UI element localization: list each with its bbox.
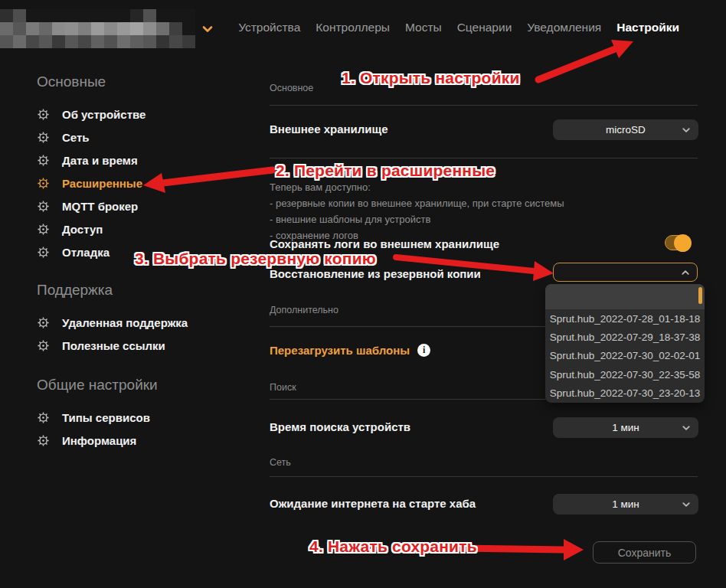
- logo-pixel: [78, 35, 91, 48]
- section-label-additional: Дополнительно: [270, 305, 338, 315]
- external-storage-label: Внешнее хранилище: [270, 122, 388, 136]
- sidebar-item[interactable]: Сеть: [37, 126, 146, 149]
- logo-pixel: [78, 9, 91, 22]
- top-nav-item[interactable]: Мосты: [405, 21, 442, 34]
- save-logs-toggle[interactable]: [665, 235, 691, 250]
- sidebar-item-label: Информация: [62, 434, 136, 447]
- logo-pixel: [0, 35, 13, 48]
- gear-icon: [37, 200, 50, 213]
- sidebar-section-title: Поддержка: [37, 282, 188, 299]
- top-nav-item[interactable]: Контроллеры: [316, 21, 390, 34]
- logo-pixel: [117, 22, 130, 35]
- dropdown-option[interactable]: Sprut.hub_2022-07-28_01-18-18: [545, 309, 705, 328]
- save-button[interactable]: Сохранить: [593, 541, 696, 564]
- logo-pixel: [169, 35, 182, 48]
- sidebar-item-label: Об устройстве: [62, 108, 146, 121]
- external-storage-value: microSD: [606, 124, 646, 136]
- dropdown-option[interactable]: Sprut.hub_2022-07-30_23-20-13: [545, 384, 705, 403]
- logo-pixel: [13, 9, 26, 22]
- section-label-search: Поиск: [270, 382, 296, 393]
- logo-pixel: [169, 9, 182, 22]
- logo-pixel: [117, 35, 130, 48]
- logo-pixel: [143, 22, 156, 35]
- sidebar-item[interactable]: Полезные ссылки: [37, 334, 188, 357]
- restore-backup-select[interactable]: [553, 263, 698, 282]
- logo-pixel: [78, 22, 91, 35]
- sidebar-item-label: MQTT брокер: [62, 200, 138, 213]
- sidebar-item[interactable]: MQTT брокер: [37, 194, 146, 217]
- logo-pixel: [169, 22, 182, 35]
- restore-backup-label: Восстановление из резервной копии: [270, 267, 481, 280]
- sidebar-item[interactable]: Об устройстве: [37, 103, 146, 126]
- logo-pixel: [91, 9, 104, 22]
- external-storage-select[interactable]: microSD: [553, 119, 698, 140]
- chevron-down-icon: [682, 126, 691, 135]
- chevron-down-icon: [682, 423, 691, 433]
- sidebar-item-label: Полезные ссылки: [62, 339, 165, 352]
- logo-pixel: [13, 35, 26, 48]
- logo-pixel: [0, 9, 13, 22]
- logo-pixel: [156, 22, 169, 35]
- sidebar-item-label: Расширенные: [62, 177, 142, 190]
- redacted-logo[interactable]: [0, 9, 195, 48]
- logo-pixel: [65, 22, 78, 35]
- sidebar-item[interactable]: Отладка: [37, 240, 146, 263]
- advanced-info-text: Теперь вам доступно: - резервные копии в…: [270, 179, 564, 243]
- gear-icon: [37, 339, 50, 352]
- sidebar-item-label: Дата и время: [62, 154, 138, 167]
- top-nav: Устройства Контроллеры Мосты Сценарии Ув…: [238, 21, 679, 34]
- top-nav-item[interactable]: Уведомления: [527, 21, 601, 34]
- logo-pixel: [91, 22, 104, 35]
- reload-templates-link[interactable]: Перезагрузить шаблоны: [270, 344, 410, 357]
- top-nav-item[interactable]: Сценарии: [457, 21, 512, 34]
- restore-backup-dropdown: Sprut.hub_2022-07-28_01-18-18 Sprut.hub_…: [545, 284, 705, 403]
- internet-wait-label: Ожидание интернета на старте хаба: [270, 497, 476, 510]
- logo-pixel: [182, 35, 195, 48]
- dropdown-option[interactable]: Sprut.hub_2022-07-30_22-35-58: [545, 365, 705, 384]
- chevron-down-icon[interactable]: [201, 23, 214, 38]
- logo-pixel: [26, 35, 39, 48]
- app-root: Устройства Контроллеры Мосты Сценарии Ув…: [0, 0, 726, 588]
- gear-icon: [37, 434, 50, 447]
- dropdown-option-empty[interactable]: [545, 284, 705, 309]
- search-time-select[interactable]: 1 мин: [553, 417, 698, 438]
- logo-pixel: [130, 22, 143, 35]
- sidebar-item[interactable]: Расширенные: [37, 172, 146, 194]
- logo-pixel: [52, 9, 65, 22]
- divider: [270, 158, 698, 158]
- sidebar-item[interactable]: Доступ: [37, 217, 146, 240]
- gear-icon: [37, 411, 50, 424]
- logo-pixel: [104, 22, 117, 35]
- sidebar-item[interactable]: Удаленная поддержка: [37, 311, 188, 334]
- dropdown-option[interactable]: Sprut.hub_2022-07-30_02-02-01: [545, 347, 705, 365]
- sidebar-item-label: Отладка: [62, 246, 110, 259]
- logo-pixel: [156, 35, 169, 48]
- internet-wait-select[interactable]: 1 мин: [553, 494, 698, 514]
- top-nav-item[interactable]: Устройства: [238, 21, 300, 34]
- sidebar-item[interactable]: Информация: [37, 429, 158, 452]
- sidebar-item-label: Типы сервисов: [62, 411, 150, 424]
- logo-pixel: [65, 9, 78, 22]
- logo-pixel: [26, 9, 39, 22]
- top-nav-item[interactable]: Настройки: [616, 21, 679, 34]
- logo-pixel: [143, 35, 156, 48]
- logo-pixel: [65, 35, 78, 48]
- logo-pixel: [39, 35, 52, 48]
- logo-pixel: [130, 9, 143, 22]
- logo-pixel: [104, 35, 117, 48]
- sidebar-section-support: Поддержка Удаленная поддержка: [37, 282, 188, 357]
- section-label-basic: Основное: [270, 83, 313, 93]
- sidebar-item[interactable]: Типы сервисов: [37, 406, 158, 429]
- sidebar-item[interactable]: Дата и время: [37, 149, 146, 172]
- internet-wait-value: 1 мин: [612, 498, 639, 510]
- dropdown-scrollbar[interactable]: [698, 287, 702, 304]
- dropdown-option[interactable]: Sprut.hub_2022-07-29_18-37-38: [545, 328, 705, 346]
- annotation-step-2: 2. Перейти в расширенные: [276, 162, 495, 180]
- logo-pixel: [143, 9, 156, 22]
- section-label-network: Сеть: [270, 457, 291, 468]
- info-icon[interactable]: i: [417, 344, 430, 357]
- logo-pixel: [182, 9, 195, 22]
- sidebar-item-label: Удаленная поддержка: [62, 316, 188, 329]
- logo-pixel: [0, 22, 13, 35]
- search-time-value: 1 мин: [612, 422, 639, 433]
